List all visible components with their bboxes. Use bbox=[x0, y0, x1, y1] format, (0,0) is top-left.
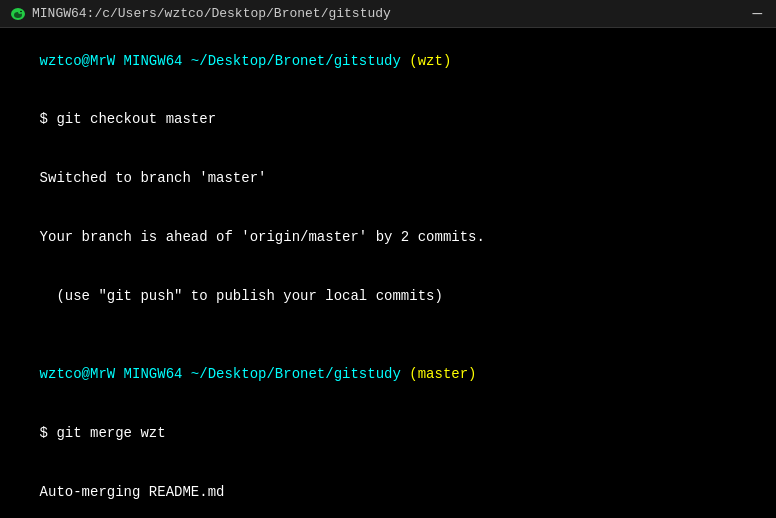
output-line-2: Your branch is ahead of 'origin/master' … bbox=[6, 208, 770, 267]
svg-point-3 bbox=[20, 10, 22, 12]
output-line-1: Switched to branch 'master' bbox=[6, 150, 770, 209]
output-text-4: Auto-merging README.md bbox=[40, 484, 225, 500]
prompt-line-2: wztco@MrW MINGW64 ~/Desktop/Bronet/gitst… bbox=[6, 346, 770, 405]
output-text-3: (use "git push" to publish your local co… bbox=[40, 288, 443, 304]
title-bar: MINGW64:/c/Users/wztco/Desktop/Bronet/gi… bbox=[0, 0, 776, 28]
terminal-body: wztco@MrW MINGW64 ~/Desktop/Bronet/gitst… bbox=[0, 28, 776, 518]
output-text-1: Switched to branch 'master' bbox=[40, 170, 267, 186]
title-text: MINGW64:/c/Users/wztco/Desktop/Bronet/gi… bbox=[32, 6, 391, 21]
output-line-3: (use "git push" to publish your local co… bbox=[6, 267, 770, 326]
minimize-button[interactable]: — bbox=[748, 5, 766, 23]
blank-line-1 bbox=[6, 326, 770, 346]
prompt-branch-1: (wzt) bbox=[409, 53, 451, 69]
prompt-user-2: wztco@MrW MINGW64 ~/Desktop/Bronet/gitst… bbox=[40, 366, 410, 382]
app-icon bbox=[10, 6, 26, 22]
command-line-1: $ git checkout master bbox=[6, 91, 770, 150]
prompt-user-1: wztco@MrW MINGW64 ~/Desktop/Bronet/gitst… bbox=[40, 53, 410, 69]
prompt-branch-2: (master) bbox=[409, 366, 476, 382]
command-text-1: $ git checkout master bbox=[40, 111, 216, 127]
prompt-line-1: wztco@MrW MINGW64 ~/Desktop/Bronet/gitst… bbox=[6, 32, 770, 91]
command-text-2: $ git merge wzt bbox=[40, 425, 166, 441]
command-line-2: $ git merge wzt bbox=[6, 404, 770, 463]
output-line-4: Auto-merging README.md bbox=[6, 463, 770, 518]
title-bar-left: MINGW64:/c/Users/wztco/Desktop/Bronet/gi… bbox=[10, 6, 391, 22]
output-text-2: Your branch is ahead of 'origin/master' … bbox=[40, 229, 485, 245]
